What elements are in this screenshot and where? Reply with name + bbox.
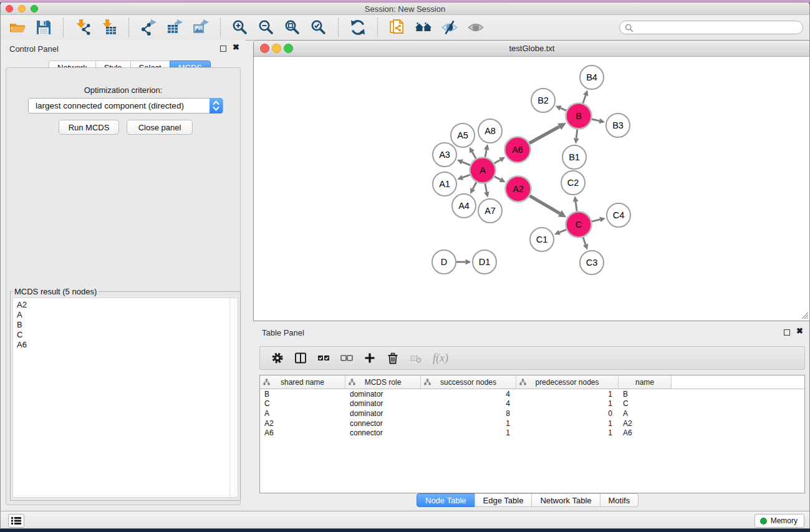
edge-A-A4[interactable] [473, 182, 476, 189]
table-panel-float-button[interactable] [784, 329, 790, 336]
mcds-result-item[interactable]: A6 [13, 340, 238, 350]
mcds-result-item[interactable]: B [13, 320, 238, 330]
node-A6[interactable]: A6 [505, 137, 531, 163]
node-B2[interactable]: B2 [531, 89, 555, 112]
edge-C-C3[interactable] [583, 237, 586, 244]
node-B[interactable]: B [566, 104, 592, 129]
node-A[interactable]: A [470, 158, 496, 183]
node-A5[interactable]: A5 [451, 123, 475, 147]
zoom-selected-button[interactable] [306, 16, 332, 39]
close-panel-button[interactable]: Close panel [127, 120, 193, 135]
edge-C-C2[interactable] [576, 201, 577, 211]
tab-edge-table[interactable]: Edge Table [475, 493, 533, 507]
node-B1[interactable]: B1 [562, 145, 586, 169]
node-C2[interactable]: C2 [561, 171, 585, 195]
table-row[interactable]: Adominator80A [260, 409, 804, 418]
refresh-view-button[interactable] [345, 16, 371, 39]
network-canvas[interactable]: AA1A2A3A4A5A6A7A8BB1B2B3B4CC1C2C3C4DD1 [254, 57, 810, 321]
hide-details-button[interactable] [436, 16, 463, 39]
table-panel-close-button[interactable]: ✖ [796, 326, 803, 336]
node-A1[interactable]: A1 [433, 172, 456, 196]
import-table-button[interactable] [96, 16, 122, 39]
run-mcds-button[interactable]: Run MCDS [59, 120, 119, 135]
table-row[interactable]: Cdominator41C [260, 399, 804, 409]
tab-motifs[interactable]: Motifs [600, 493, 639, 507]
resize-grip[interactable] [801, 311, 809, 319]
node-A4[interactable]: A4 [452, 194, 476, 218]
node-C3[interactable]: C3 [580, 251, 604, 274]
delete-columns-button[interactable] [387, 352, 399, 364]
edge-C-C4[interactable] [592, 220, 600, 221]
optimization-criterion-select[interactable]: largest connected component (directed) [28, 98, 223, 114]
edge-B-B4[interactable] [583, 95, 586, 104]
new-network-document-button[interactable] [384, 16, 410, 39]
save-icon [35, 19, 52, 36]
table-settings-button[interactable] [271, 352, 284, 364]
zoom-in-button[interactable] [227, 16, 253, 39]
node-C4[interactable]: C4 [607, 203, 630, 227]
edge-C-C1[interactable] [559, 230, 566, 232]
show-columns-button[interactable] [294, 352, 307, 364]
edge-A6-B[interactable] [529, 127, 560, 143]
edge-A-A2[interactable] [494, 177, 501, 180]
column-header-icon [519, 379, 526, 385]
column-header-successor-nodes[interactable]: successor nodes [421, 375, 516, 389]
home-button[interactable] [410, 16, 436, 39]
column-header-mcds-role[interactable]: MCDS role [345, 375, 421, 389]
tab-network-table[interactable]: Network Table [531, 493, 600, 507]
zoom-fit-button[interactable] [279, 16, 306, 39]
memory-button[interactable]: Memory [755, 514, 804, 528]
edge-A-A8[interactable] [485, 150, 486, 157]
control-panel-close-button[interactable]: ✖ [233, 42, 239, 52]
mcds-result-item[interactable]: A [13, 310, 238, 320]
node-A7[interactable]: A7 [478, 199, 502, 223]
edge-B-B1[interactable] [576, 129, 577, 138]
column-header-shared-name[interactable]: shared name [260, 375, 345, 389]
node-C[interactable]: C [566, 212, 592, 238]
mcds-result-item[interactable]: A2 [13, 300, 238, 310]
import-network-button[interactable] [70, 16, 96, 39]
select-all-columns-button[interactable] [317, 352, 330, 364]
node-label-C: C [576, 220, 582, 230]
edge-A-A3[interactable] [462, 162, 470, 165]
result-list-scrollbar[interactable] [229, 298, 238, 497]
open-session-button[interactable] [4, 16, 31, 39]
edge-B-B2[interactable] [561, 108, 566, 110]
node-B4[interactable]: B4 [580, 65, 604, 89]
tab-node-table[interactable]: Node Table [417, 493, 475, 507]
node-A3[interactable]: A3 [433, 143, 456, 167]
edge-A-A1[interactable] [463, 175, 470, 177]
table-row[interactable]: Bdominator41B [260, 389, 804, 399]
create-column-button[interactable] [364, 352, 376, 364]
search-box[interactable] [619, 21, 803, 34]
control-panel-float-button[interactable] [220, 46, 226, 52]
edge-A-A7[interactable] [485, 183, 487, 192]
table-row[interactable]: A2connector11A2 [260, 418, 804, 428]
search-input[interactable] [636, 22, 798, 33]
save-session-button[interactable] [31, 16, 57, 39]
list-icon [11, 516, 21, 525]
column-header-name[interactable]: name [619, 375, 672, 389]
show-panels-button[interactable] [8, 514, 24, 528]
table-row[interactable]: A6connector11A6 [260, 428, 804, 438]
edge-A2-C[interactable] [530, 196, 560, 213]
export-network-button[interactable] [135, 16, 162, 39]
node-label-B4: B4 [586, 72, 597, 82]
edge-B-B3[interactable] [592, 119, 599, 121]
show-details-button[interactable] [463, 16, 489, 39]
node-D[interactable]: D [432, 250, 456, 274]
edge-A-A6[interactable] [494, 160, 501, 163]
table-panel-window: Table Panel ✖ f(x) shared nameMCDS roles… [253, 324, 810, 511]
export-image-button[interactable] [188, 16, 214, 39]
node-D1[interactable]: D1 [473, 250, 496, 274]
zoom-out-button[interactable] [253, 16, 279, 39]
node-A8[interactable]: A8 [478, 119, 502, 143]
node-C1[interactable]: C1 [530, 228, 554, 251]
edge-A-A5[interactable] [472, 152, 476, 158]
node-B3[interactable]: B3 [606, 114, 630, 137]
column-header-predecessor-nodes[interactable]: predecessor nodes [516, 375, 619, 389]
export-table-button[interactable] [162, 16, 188, 39]
mcds-result-item[interactable]: C [13, 330, 238, 340]
node-A2[interactable]: A2 [506, 177, 531, 202]
deselect-all-columns-button[interactable] [340, 352, 353, 364]
